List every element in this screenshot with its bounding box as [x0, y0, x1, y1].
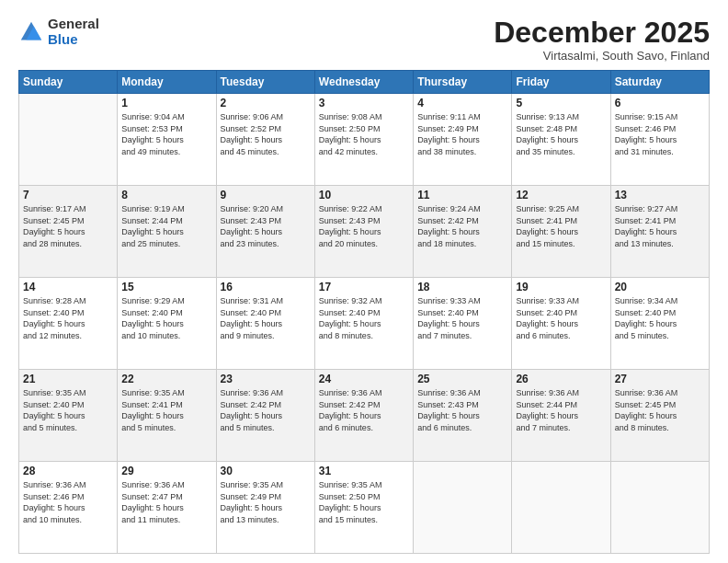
logo-blue: Blue — [48, 32, 99, 48]
calendar-cell: 13Sunrise: 9:27 AM Sunset: 2:41 PM Dayli… — [610, 186, 709, 278]
month-title: December 2025 — [494, 17, 710, 49]
calendar-cell: 23Sunrise: 9:36 AM Sunset: 2:42 PM Dayli… — [216, 370, 314, 462]
day-number: 8 — [121, 189, 211, 201]
calendar-cell: 24Sunrise: 9:36 AM Sunset: 2:42 PM Dayli… — [314, 370, 413, 462]
day-number: 29 — [121, 465, 211, 477]
calendar-cell: 30Sunrise: 9:35 AM Sunset: 2:49 PM Dayli… — [216, 462, 314, 554]
calendar-cell: 8Sunrise: 9:19 AM Sunset: 2:44 PM Daylig… — [118, 186, 216, 278]
calendar-header-row: SundayMondayTuesdayWednesdayThursdayFrid… — [19, 71, 710, 94]
calendar-cell: 6Sunrise: 9:15 AM Sunset: 2:46 PM Daylig… — [610, 94, 709, 186]
column-header-monday: Monday — [118, 71, 216, 94]
day-number: 16 — [221, 281, 311, 293]
day-info: Sunrise: 9:22 AM Sunset: 2:43 PM Dayligh… — [319, 203, 409, 249]
day-info: Sunrise: 9:15 AM Sunset: 2:46 PM Dayligh… — [615, 111, 705, 157]
day-info: Sunrise: 9:32 AM Sunset: 2:40 PM Dayligh… — [319, 295, 409, 341]
day-info: Sunrise: 9:33 AM Sunset: 2:40 PM Dayligh… — [516, 295, 606, 341]
day-info: Sunrise: 9:20 AM Sunset: 2:43 PM Dayligh… — [221, 203, 311, 249]
title-block: December 2025 Virtasalmi, South Savo, Fi… — [494, 17, 710, 63]
calendar-cell: 10Sunrise: 9:22 AM Sunset: 2:43 PM Dayli… — [314, 186, 413, 278]
column-header-saturday: Saturday — [610, 71, 709, 94]
day-info: Sunrise: 9:17 AM Sunset: 2:45 PM Dayligh… — [23, 203, 113, 249]
calendar-cell: 17Sunrise: 9:32 AM Sunset: 2:40 PM Dayli… — [314, 278, 413, 370]
day-info: Sunrise: 9:27 AM Sunset: 2:41 PM Dayligh… — [615, 203, 705, 249]
calendar-cell: 18Sunrise: 9:33 AM Sunset: 2:40 PM Dayli… — [414, 278, 512, 370]
calendar-cell: 26Sunrise: 9:36 AM Sunset: 2:44 PM Dayli… — [512, 370, 610, 462]
logo-general: General — [48, 17, 99, 32]
calendar-cell: 21Sunrise: 9:35 AM Sunset: 2:40 PM Dayli… — [19, 370, 118, 462]
day-number: 17 — [319, 281, 409, 293]
calendar-cell: 7Sunrise: 9:17 AM Sunset: 2:45 PM Daylig… — [19, 186, 118, 278]
day-number: 1 — [121, 97, 211, 109]
day-number: 23 — [221, 373, 311, 385]
day-number: 6 — [615, 97, 705, 109]
day-info: Sunrise: 9:06 AM Sunset: 2:52 PM Dayligh… — [221, 111, 311, 157]
day-number: 19 — [516, 281, 606, 293]
calendar-cell: 4Sunrise: 9:11 AM Sunset: 2:49 PM Daylig… — [414, 94, 512, 186]
day-number: 9 — [221, 189, 311, 201]
logo: General Blue — [18, 17, 99, 47]
calendar-cell — [414, 462, 512, 554]
day-number: 11 — [417, 189, 507, 201]
day-number: 13 — [615, 189, 705, 201]
day-info: Sunrise: 9:36 AM Sunset: 2:42 PM Dayligh… — [221, 387, 311, 433]
day-number: 20 — [615, 281, 705, 293]
day-info: Sunrise: 9:33 AM Sunset: 2:40 PM Dayligh… — [417, 295, 507, 341]
calendar-cell — [19, 94, 118, 186]
calendar-cell: 31Sunrise: 9:35 AM Sunset: 2:50 PM Dayli… — [314, 462, 413, 554]
column-header-tuesday: Tuesday — [216, 71, 314, 94]
calendar-cell: 16Sunrise: 9:31 AM Sunset: 2:40 PM Dayli… — [216, 278, 314, 370]
page: General Blue December 2025 Virtasalmi, S… — [0, 0, 728, 563]
calendar-cell: 19Sunrise: 9:33 AM Sunset: 2:40 PM Dayli… — [512, 278, 610, 370]
day-number: 28 — [23, 465, 113, 477]
calendar-cell: 22Sunrise: 9:35 AM Sunset: 2:41 PM Dayli… — [118, 370, 216, 462]
day-info: Sunrise: 9:36 AM Sunset: 2:47 PM Dayligh… — [121, 479, 211, 525]
calendar-cell: 20Sunrise: 9:34 AM Sunset: 2:40 PM Dayli… — [610, 278, 709, 370]
calendar-cell: 29Sunrise: 9:36 AM Sunset: 2:47 PM Dayli… — [118, 462, 216, 554]
day-info: Sunrise: 9:36 AM Sunset: 2:46 PM Dayligh… — [23, 479, 113, 525]
day-info: Sunrise: 9:36 AM Sunset: 2:43 PM Dayligh… — [417, 387, 507, 433]
day-info: Sunrise: 9:35 AM Sunset: 2:41 PM Dayligh… — [121, 387, 211, 433]
day-info: Sunrise: 9:36 AM Sunset: 2:42 PM Dayligh… — [319, 387, 409, 433]
column-header-friday: Friday — [512, 71, 610, 94]
day-info: Sunrise: 9:36 AM Sunset: 2:45 PM Dayligh… — [615, 387, 705, 433]
calendar-week-0: 1Sunrise: 9:04 AM Sunset: 2:53 PM Daylig… — [19, 94, 710, 186]
calendar-cell: 5Sunrise: 9:13 AM Sunset: 2:48 PM Daylig… — [512, 94, 610, 186]
day-info: Sunrise: 9:04 AM Sunset: 2:53 PM Dayligh… — [121, 111, 211, 157]
day-number: 3 — [319, 97, 409, 109]
day-number: 25 — [417, 373, 507, 385]
logo-icon — [18, 19, 44, 45]
day-info: Sunrise: 9:29 AM Sunset: 2:40 PM Dayligh… — [121, 295, 211, 341]
day-number: 30 — [221, 465, 311, 477]
day-info: Sunrise: 9:08 AM Sunset: 2:50 PM Dayligh… — [319, 111, 409, 157]
day-number: 18 — [417, 281, 507, 293]
calendar-table: SundayMondayTuesdayWednesdayThursdayFrid… — [18, 70, 710, 554]
day-info: Sunrise: 9:35 AM Sunset: 2:40 PM Dayligh… — [23, 387, 113, 433]
column-header-sunday: Sunday — [19, 71, 118, 94]
subtitle: Virtasalmi, South Savo, Finland — [494, 49, 710, 63]
calendar-week-1: 7Sunrise: 9:17 AM Sunset: 2:45 PM Daylig… — [19, 186, 710, 278]
day-info: Sunrise: 9:24 AM Sunset: 2:42 PM Dayligh… — [417, 203, 507, 249]
calendar-cell: 3Sunrise: 9:08 AM Sunset: 2:50 PM Daylig… — [314, 94, 413, 186]
day-number: 24 — [319, 373, 409, 385]
calendar-cell — [610, 462, 709, 554]
logo-text: General Blue — [48, 17, 99, 47]
column-header-wednesday: Wednesday — [314, 71, 413, 94]
calendar-cell: 9Sunrise: 9:20 AM Sunset: 2:43 PM Daylig… — [216, 186, 314, 278]
calendar-week-3: 21Sunrise: 9:35 AM Sunset: 2:40 PM Dayli… — [19, 370, 710, 462]
day-info: Sunrise: 9:34 AM Sunset: 2:40 PM Dayligh… — [615, 295, 705, 341]
calendar-cell: 27Sunrise: 9:36 AM Sunset: 2:45 PM Dayli… — [610, 370, 709, 462]
day-info: Sunrise: 9:11 AM Sunset: 2:49 PM Dayligh… — [417, 111, 507, 157]
day-number: 10 — [319, 189, 409, 201]
day-number: 14 — [23, 281, 113, 293]
day-number: 27 — [615, 373, 705, 385]
calendar-week-2: 14Sunrise: 9:28 AM Sunset: 2:40 PM Dayli… — [19, 278, 710, 370]
day-info: Sunrise: 9:36 AM Sunset: 2:44 PM Dayligh… — [516, 387, 606, 433]
day-number: 2 — [221, 97, 311, 109]
calendar-cell: 25Sunrise: 9:36 AM Sunset: 2:43 PM Dayli… — [414, 370, 512, 462]
day-info: Sunrise: 9:31 AM Sunset: 2:40 PM Dayligh… — [221, 295, 311, 341]
day-number: 15 — [121, 281, 211, 293]
calendar-cell: 14Sunrise: 9:28 AM Sunset: 2:40 PM Dayli… — [19, 278, 118, 370]
day-number: 26 — [516, 373, 606, 385]
column-header-thursday: Thursday — [414, 71, 512, 94]
calendar-cell: 1Sunrise: 9:04 AM Sunset: 2:53 PM Daylig… — [118, 94, 216, 186]
